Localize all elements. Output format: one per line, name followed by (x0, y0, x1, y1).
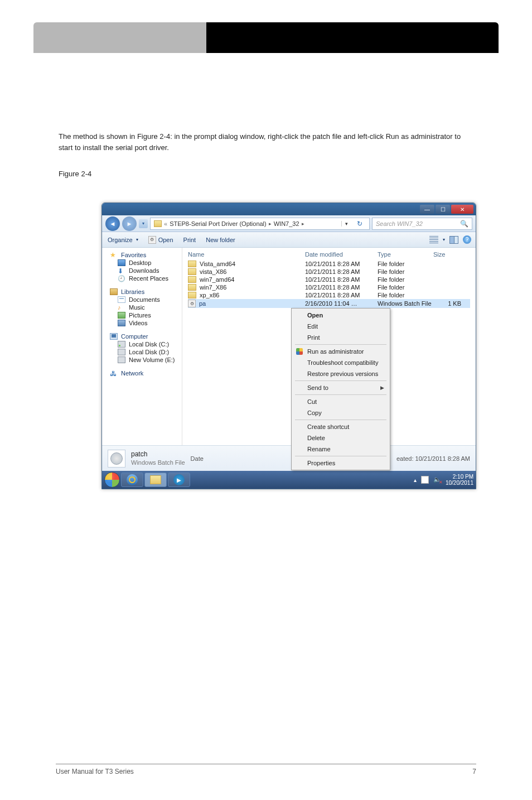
nav-computer[interactable]: Computer (102, 332, 182, 340)
breadcrumb[interactable]: « STEP8-Serial Port Driver (Optional) ▸ … (150, 218, 370, 230)
minimize-button[interactable]: — (420, 205, 434, 214)
context-menu-item[interactable]: Rename (293, 444, 389, 455)
batch-file-icon: ⚙ (188, 300, 196, 307)
file-name: win7_amd64 (200, 276, 234, 283)
file-date: 2/16/2010 11:04 … (305, 300, 378, 307)
nav-drive-c[interactable]: Local Disk (C:) (102, 340, 182, 348)
details-title: patch (131, 450, 185, 459)
context-menu-item[interactable]: Cut (293, 396, 389, 407)
context-menu-item[interactable]: Restore previous versions (293, 368, 389, 379)
menu-separator (295, 344, 386, 345)
star-icon: ★ (110, 252, 118, 258)
context-menu-item[interactable]: Delete (293, 432, 389, 444)
file-date: 10/21/2011 8:28 AM (305, 276, 378, 283)
context-menu-item[interactable]: Run as administrator (293, 346, 389, 357)
nav-recent[interactable]: 🕘Recent Places (102, 274, 182, 282)
navigation-pane: ★Favorites Desktop ⬇Downloads 🕘Recent Pl… (102, 248, 182, 445)
forward-button[interactable]: ► (122, 216, 137, 231)
nav-documents[interactable]: Documents (102, 296, 182, 303)
menu-separator (295, 380, 386, 381)
print-button[interactable]: Print (183, 237, 196, 243)
open-button[interactable]: ⚙Open (148, 236, 173, 244)
file-type: File folder (378, 268, 433, 275)
search-input[interactable]: Search WIN7_32 🔍 (372, 218, 472, 230)
menu-item-label: Print (307, 334, 320, 341)
file-type: File folder (378, 284, 433, 291)
volume-icon[interactable]: 🔈 (433, 476, 441, 484)
details-created: eated: 10/21/2011 8:28 AM (396, 455, 470, 462)
nav-libraries[interactable]: Libraries (102, 288, 182, 296)
start-button[interactable] (104, 472, 120, 488)
nav-favorites[interactable]: ★Favorites (102, 251, 182, 259)
context-menu-item[interactable]: Edit (293, 321, 389, 332)
details-subtitle: Windows Batch File (131, 459, 185, 466)
nav-downloads[interactable]: ⬇Downloads (102, 267, 182, 274)
col-size[interactable]: Size (433, 251, 470, 258)
context-menu-item[interactable]: Send to▶ (293, 382, 389, 393)
header-right-box (206, 22, 499, 53)
file-date: 10/21/2011 8:28 AM (305, 268, 378, 275)
nav-network[interactable]: 🖧Network (102, 369, 182, 377)
details-pane: patch Windows Batch File Date eated: 10/… (102, 445, 476, 471)
help-icon[interactable]: ? (463, 235, 471, 244)
chevron-down-icon[interactable]: ▾ (443, 237, 445, 242)
nav-music[interactable]: ♪Music (102, 303, 182, 311)
preview-pane-icon[interactable] (449, 236, 458, 244)
context-menu-item[interactable]: Copy (293, 407, 389, 418)
taskbar-wmp[interactable]: ▶ (168, 473, 190, 487)
col-type[interactable]: Type (378, 251, 433, 258)
file-row[interactable]: ⚙pa2/16/2010 11:04 …Windows Batch File1 … (188, 299, 470, 308)
file-row[interactable]: xp_x8610/21/2011 8:28 AMFile folder (188, 291, 470, 299)
title-bar: — ☐ ✕ (102, 203, 476, 215)
refresh-button[interactable]: ↻ (354, 220, 366, 228)
explorer-window: — ☐ ✕ ◄ ► ▾ « STEP8-Serial Port Driver (… (101, 203, 476, 489)
nav-desktop[interactable]: Desktop (102, 259, 182, 267)
close-button[interactable]: ✕ (451, 205, 473, 214)
nav-drive-e[interactable]: New Volume (E:) (102, 356, 182, 364)
taskbar-ie[interactable] (121, 473, 143, 487)
tray-show-hidden-icon[interactable]: ▴ (414, 477, 417, 483)
file-name: xp_x86 (200, 292, 219, 298)
drive-icon (118, 341, 125, 348)
shield-icon (295, 347, 304, 356)
figure-label: Figure 2-4 (59, 170, 473, 178)
context-menu-item[interactable]: Open (293, 310, 389, 321)
file-row[interactable]: Vista_amd6410/21/2011 8:28 AMFile folder (188, 260, 470, 268)
breadcrumb-seg2[interactable]: WIN7_32 (274, 220, 299, 227)
file-name: win7_X86 (200, 284, 226, 291)
context-menu-item[interactable]: Troubleshoot compatibility (293, 357, 389, 368)
chevron-icon: « (164, 220, 167, 227)
context-menu-item[interactable]: Create shortcut (293, 421, 389, 432)
col-name[interactable]: Name (188, 251, 305, 258)
context-menu-item[interactable]: Properties (293, 457, 389, 469)
back-button[interactable]: ◄ (105, 216, 120, 231)
toolbar: Organize ⚙Open Print New folder ▾ ? (102, 232, 476, 248)
view-options-icon[interactable] (429, 236, 438, 244)
taskbar-clock[interactable]: 2:10 PM10/20/2011 (446, 474, 473, 486)
file-row[interactable]: win7_amd6410/21/2011 8:28 AMFile folder (188, 276, 470, 283)
action-center-icon[interactable] (421, 476, 429, 484)
nav-drive-d[interactable]: Local Disk (D:) (102, 348, 182, 356)
file-date: 10/21/2011 8:28 AM (305, 261, 378, 267)
maximize-button[interactable]: ☐ (436, 205, 450, 214)
taskbar-explorer[interactable] (144, 473, 167, 487)
menu-item-label: Cut (307, 398, 317, 405)
recent-icon: 🕘 (118, 275, 125, 282)
address-dropdown[interactable]: ▾ (341, 221, 351, 226)
nav-dropdown[interactable]: ▾ (139, 219, 148, 228)
folder-icon (188, 284, 196, 291)
col-date[interactable]: Date modified (305, 251, 378, 258)
nav-pictures[interactable]: Pictures (102, 311, 182, 319)
file-row[interactable]: win7_X8610/21/2011 8:28 AMFile folder (188, 283, 470, 291)
organize-menu[interactable]: Organize (108, 237, 138, 243)
context-menu-item[interactable]: Print (293, 332, 389, 343)
doc-header (33, 22, 499, 53)
file-type: Windows Batch File (378, 300, 433, 307)
gear-icon (110, 452, 123, 465)
nav-videos[interactable]: Videos (102, 319, 182, 327)
file-name: vista_X86 (200, 268, 226, 275)
file-row[interactable]: vista_X8610/21/2011 8:28 AMFile folder (188, 268, 470, 276)
new-folder-button[interactable]: New folder (206, 237, 235, 243)
column-headers[interactable]: Name Date modified Type Size (182, 248, 476, 260)
breadcrumb-seg1[interactable]: STEP8-Serial Port Driver (Optional) (170, 220, 267, 227)
